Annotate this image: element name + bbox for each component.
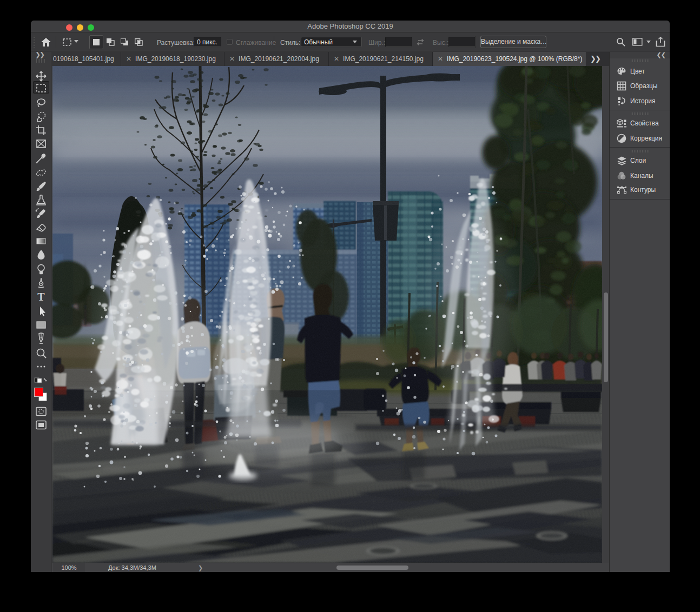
svg-text:T: T	[37, 291, 45, 303]
